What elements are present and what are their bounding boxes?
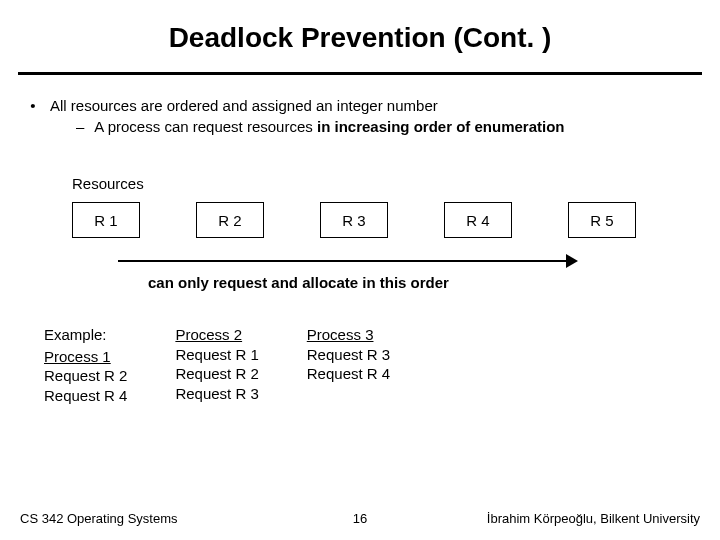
bullet-dot-icon: •	[30, 97, 36, 114]
bullet-level-1: • All resources are ordered and assigned…	[30, 97, 720, 114]
resources-heading: Resources	[72, 175, 720, 192]
examples-row: Example: Process 1 Request R 2 Request R…	[44, 325, 720, 405]
process-1-req-2: Request R 4	[44, 386, 127, 406]
resource-boxes-row: R 1 R 2 R 3 R 4 R 5	[72, 202, 720, 238]
footer-page-number: 16	[0, 511, 720, 526]
arrow-icon	[118, 254, 578, 268]
example-label: Example:	[44, 325, 127, 345]
bullet-dash-icon: –	[76, 118, 84, 135]
process-2-name: Process 2	[175, 325, 258, 345]
example-col-1: Example: Process 1 Request R 2 Request R…	[44, 325, 127, 405]
resource-box-r4: R 4	[444, 202, 512, 238]
arrow-head-icon	[566, 254, 578, 268]
slide-footer: CS 342 Operating Systems 16 İbrahim Körp…	[0, 511, 720, 526]
process-1-req-1: Request R 2	[44, 366, 127, 386]
bullet-2-text: A process can request resources in incre…	[94, 118, 564, 135]
bullet-2-strong: in increasing order of enumeration	[317, 118, 565, 135]
bullet-list: • All resources are ordered and assigned…	[30, 97, 720, 135]
process-2-req-3: Request R 3	[175, 384, 258, 404]
example-col-2: Process 2 Request R 1 Request R 2 Reques…	[175, 325, 258, 405]
resource-box-r1: R 1	[72, 202, 140, 238]
bullet-level-2: – A process can request resources in inc…	[76, 118, 720, 135]
title-divider	[18, 72, 702, 75]
arrow-line	[118, 260, 568, 262]
resource-box-r3: R 3	[320, 202, 388, 238]
bullet-1-text: All resources are ordered and assigned a…	[50, 97, 438, 114]
resource-box-r2: R 2	[196, 202, 264, 238]
example-col-3: Process 3 Request R 3 Request R 4	[307, 325, 390, 405]
process-2-req-1: Request R 1	[175, 345, 258, 365]
bullet-2-prefix: A process can request resources	[94, 118, 317, 135]
slide-title: Deadlock Prevention (Cont. )	[0, 0, 720, 54]
slide: Deadlock Prevention (Cont. ) • All resou…	[0, 0, 720, 540]
process-3-req-1: Request R 3	[307, 345, 390, 365]
process-1-name: Process 1	[44, 347, 127, 367]
resource-box-r5: R 5	[568, 202, 636, 238]
arrow-caption: can only request and allocate in this or…	[148, 274, 578, 291]
process-3-name: Process 3	[307, 325, 390, 345]
ordering-arrow-group: can only request and allocate in this or…	[118, 254, 578, 291]
process-3-req-2: Request R 4	[307, 364, 390, 384]
process-2-req-2: Request R 2	[175, 364, 258, 384]
